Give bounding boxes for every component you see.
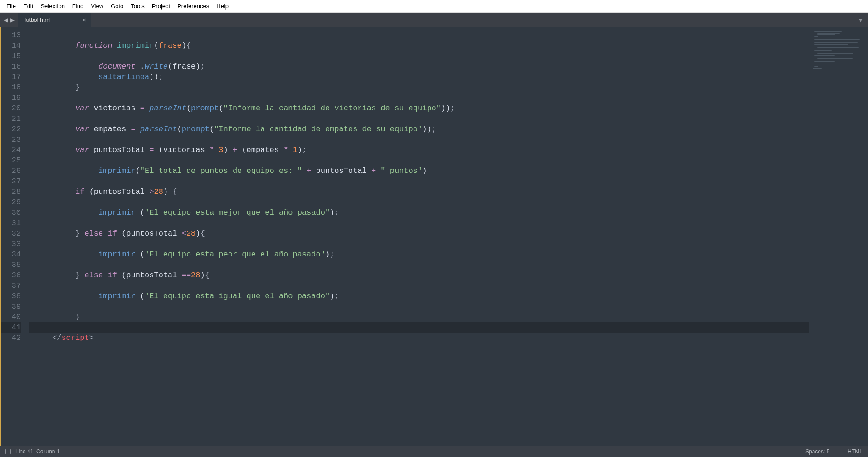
cursor-position[interactable]: Line 41, Column 1 xyxy=(15,448,59,455)
minimap-line xyxy=(814,50,832,51)
code-line: saltarlinea(); xyxy=(29,72,809,82)
menu-goto[interactable]: Goto xyxy=(107,1,127,11)
indentation-setting[interactable]: Spaces: 5 xyxy=(805,448,829,455)
code-area[interactable]: function imprimir(frase){ document .writ… xyxy=(25,27,809,446)
minimap-line xyxy=(814,55,835,56)
code-line: } xyxy=(29,312,809,322)
code-line xyxy=(29,239,809,249)
line-number: 16 xyxy=(0,61,21,72)
menu-preferences[interactable]: Preferences xyxy=(174,1,213,11)
tab-dropdown-icon[interactable]: ▼ xyxy=(858,17,863,24)
code-line: function imprimir(frase){ xyxy=(29,40,809,51)
code-line: var victorias = parseInt(prompt("Informe… xyxy=(29,103,809,113)
code-line: imprimir ("El equipo esta mejor que el a… xyxy=(29,207,809,218)
code-line xyxy=(29,322,809,333)
line-number: 20 xyxy=(0,103,21,113)
minimap[interactable] xyxy=(809,27,868,446)
code-line xyxy=(29,301,809,312)
tab-actions: ＋ ▼ xyxy=(844,13,868,27)
line-number: 34 xyxy=(0,249,21,260)
file-tab[interactable]: futbol.html × xyxy=(18,13,91,27)
syntax-setting[interactable]: HTML xyxy=(848,448,863,455)
new-tab-icon[interactable]: ＋ xyxy=(848,16,854,24)
line-number: 15 xyxy=(0,51,21,61)
minimap-line xyxy=(817,53,853,54)
minimap-line xyxy=(817,58,853,59)
menu-view[interactable]: View xyxy=(87,1,107,11)
menu-selection[interactable]: Selection xyxy=(37,1,68,11)
tab-nav-back-icon[interactable]: ◀ xyxy=(4,17,8,23)
code-line xyxy=(29,280,809,291)
line-number: 22 xyxy=(0,124,21,134)
line-number: 37 xyxy=(0,280,21,291)
code-line: var puntosTotal = (victorias * 3) + (emp… xyxy=(29,145,809,155)
code-line: } else if (puntosTotal ==28){ xyxy=(29,270,809,280)
minimap-line xyxy=(814,31,842,32)
line-number: 19 xyxy=(0,93,21,103)
line-number: 35 xyxy=(0,260,21,270)
minimap-line xyxy=(813,68,822,69)
line-number: 14 xyxy=(0,40,21,51)
statusbar: Line 41, Column 1 Spaces: 5 HTML xyxy=(0,446,868,457)
minimap-line xyxy=(817,33,840,34)
minimap-line xyxy=(814,39,860,40)
code-line: } xyxy=(29,82,809,93)
line-number: 24 xyxy=(0,145,21,155)
code-line xyxy=(29,113,809,124)
menu-file[interactable]: File xyxy=(3,1,20,11)
code-line xyxy=(29,134,809,145)
line-number: 36 xyxy=(0,270,21,280)
code-line xyxy=(29,218,809,228)
code-line xyxy=(29,260,809,270)
minimap-line xyxy=(814,42,858,43)
panel-switcher-icon[interactable] xyxy=(5,449,11,454)
line-number: 33 xyxy=(0,239,21,249)
tab-nav-arrows: ◀ ▶ xyxy=(0,13,18,27)
line-number: 40 xyxy=(0,312,21,322)
code-line xyxy=(29,176,809,187)
editor: 1314151617181920212223242526272829303132… xyxy=(0,27,868,446)
line-number: 25 xyxy=(0,155,21,166)
menu-edit[interactable]: Edit xyxy=(20,1,37,11)
menu-find[interactable]: Find xyxy=(68,1,87,11)
code-line xyxy=(29,197,809,207)
menubar: FileEditSelectionFindViewGotoToolsProjec… xyxy=(0,0,868,13)
menu-project[interactable]: Project xyxy=(148,1,174,11)
minimap-line xyxy=(814,66,818,67)
line-number: 38 xyxy=(0,291,21,301)
tab-nav-forward-icon[interactable]: ▶ xyxy=(10,17,15,23)
line-number: 41 xyxy=(0,322,21,333)
line-number: 30 xyxy=(0,207,21,218)
minimap-line xyxy=(817,47,859,48)
code-line: if (puntosTotal >28) { xyxy=(29,187,809,197)
line-number: 32 xyxy=(0,228,21,239)
minimap-line xyxy=(817,64,853,64)
code-line: imprimir ("El equipo esta igual que el a… xyxy=(29,291,809,301)
line-number: 18 xyxy=(0,82,21,93)
minimap-line xyxy=(814,36,818,37)
modified-indicator xyxy=(0,27,1,446)
line-number: 23 xyxy=(0,134,21,145)
minimap-line xyxy=(817,34,835,35)
code-line: document .write(frase); xyxy=(29,61,809,72)
menu-tools[interactable]: Tools xyxy=(127,1,148,11)
line-number: 26 xyxy=(0,166,21,176)
code-line: </script> xyxy=(29,333,809,343)
close-icon[interactable]: × xyxy=(83,16,86,24)
line-number: 27 xyxy=(0,176,21,187)
code-line xyxy=(29,93,809,103)
file-tab-title: futbol.html xyxy=(24,17,51,23)
line-number: 28 xyxy=(0,187,21,197)
tabbar: ◀ ▶ futbol.html × ＋ ▼ xyxy=(0,13,868,27)
line-number: 31 xyxy=(0,218,21,228)
code-line xyxy=(29,155,809,166)
menu-help[interactable]: Help xyxy=(213,1,232,11)
code-line: imprimir("El total de puntos de equipo e… xyxy=(29,166,809,176)
line-number-gutter[interactable]: 1314151617181920212223242526272829303132… xyxy=(0,27,25,446)
code-line xyxy=(29,51,809,61)
line-number: 13 xyxy=(0,30,21,40)
code-line: } else if (puntosTotal <28){ xyxy=(29,228,809,239)
minimap-line xyxy=(814,61,835,62)
line-number: 42 xyxy=(0,333,21,343)
code-line xyxy=(29,30,809,40)
